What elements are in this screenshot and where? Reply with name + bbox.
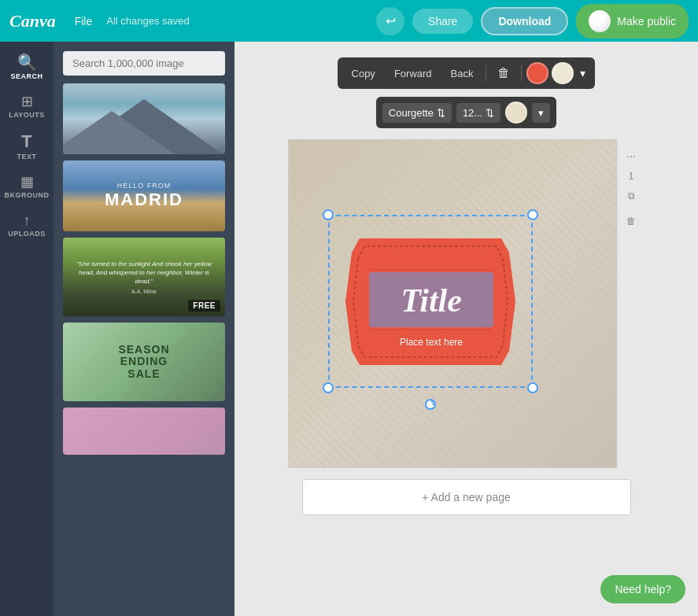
- color-dropdown-button[interactable]: ▾: [577, 64, 589, 83]
- sidebar-item-uploads[interactable]: ↑ UPLOADS: [3, 207, 50, 244]
- nature-quote-text: "She turned to the sunlight And shook he…: [69, 260, 219, 286]
- logo: Canva: [9, 11, 56, 31]
- extra-image: [63, 408, 225, 455]
- madrid-large-text: MADRID: [105, 190, 183, 210]
- sidebar-label-uploads: UPLOADS: [8, 230, 46, 238]
- delete-button[interactable]: 🗑: [491, 63, 516, 83]
- toolbar-separator-2: [521, 65, 522, 81]
- sidebar-label-bkground: BKGROUND: [5, 191, 50, 199]
- text-icon: T: [21, 133, 31, 150]
- sidebar-item-search[interactable]: 🔍 SEARCH: [3, 48, 50, 87]
- font-select-arrow: ⇅: [437, 107, 445, 119]
- font-select[interactable]: Courgette ⇅: [382, 103, 452, 123]
- badge-svg: Title Place text here: [336, 229, 525, 374]
- panel: HELLO FROM MADRID "She turned to the sun…: [54, 42, 235, 616]
- season-text: SEASON ENDING SALE: [118, 344, 169, 380]
- right-panel-trash-button[interactable]: 🗑: [620, 210, 642, 232]
- avatar: [589, 10, 611, 32]
- right-panel-copy-button[interactable]: ⧉: [620, 185, 642, 207]
- free-badge: FREE: [188, 300, 220, 312]
- svg-text:Place text here: Place text here: [399, 337, 462, 348]
- selected-element[interactable]: Title Place text here: [328, 215, 533, 388]
- list-item[interactable]: "She turned to the sunlight And shook he…: [63, 238, 225, 316]
- badge-graphic: Title Place text here: [328, 215, 533, 388]
- saved-status: All changes saved: [106, 15, 368, 27]
- copy-button[interactable]: Copy: [344, 64, 383, 83]
- uploads-icon: ↑: [24, 213, 31, 227]
- canvas[interactable]: Title Place text here: [288, 139, 617, 468]
- sidebar-icons: 🔍 SEARCH ⊞ LAYOUTS T TEXT ▦ BKGROUND ↑ U…: [0, 42, 54, 616]
- color-swatch-red[interactable]: [526, 62, 548, 84]
- undo-button[interactable]: ↩: [376, 7, 404, 35]
- add-page-button[interactable]: + Add a new page: [302, 479, 631, 515]
- sidebar-label-layouts: LAYOUTS: [9, 111, 45, 119]
- right-panel-up-button[interactable]: ⋯: [620, 146, 642, 168]
- arrow-up-icon: ⋯: [626, 151, 636, 162]
- color-swatch-cream[interactable]: [552, 62, 574, 84]
- font-color-swatch[interactable]: [505, 101, 527, 124]
- canvas-area: Copy Forward Back 🗑 ▾ Courgette ⇅ 12... …: [235, 42, 698, 616]
- sidebar-label-text: TEXT: [17, 153, 36, 160]
- list-item[interactable]: [63, 83, 225, 154]
- madrid-image: HELLO FROM MADRID: [63, 160, 225, 231]
- element-toolbar: Copy Forward Back 🗑 ▾: [338, 57, 596, 89]
- sidebar-item-bkground[interactable]: ▦ BKGROUND: [3, 168, 50, 205]
- season-image: SEASON ENDING SALE: [63, 323, 225, 401]
- nature-author-text: A.A. Milne: [131, 289, 157, 294]
- toolbar-separator: [486, 65, 486, 81]
- copy-page-icon: ⧉: [628, 190, 635, 201]
- back-button[interactable]: Back: [443, 64, 482, 83]
- sidebar-item-text[interactable]: T TEXT: [3, 127, 50, 167]
- undo-icon: ↩: [386, 13, 396, 28]
- font-size-box[interactable]: 12... ⇅: [456, 103, 500, 123]
- list-item[interactable]: HELLO FROM MADRID: [63, 160, 225, 231]
- delete-page-icon: 🗑: [626, 216, 636, 227]
- svg-marker-0: [432, 403, 434, 406]
- main-layout: 🔍 SEARCH ⊞ LAYOUTS T TEXT ▦ BKGROUND ↑ U…: [0, 42, 698, 616]
- mountain-image: [63, 83, 225, 154]
- list-item[interactable]: SEASON ENDING SALE: [63, 323, 225, 401]
- make-public-button[interactable]: Make public: [576, 4, 689, 39]
- bkground-icon: ▦: [20, 175, 34, 189]
- make-public-label: Make public: [617, 15, 676, 28]
- handle-rotate[interactable]: [425, 399, 436, 410]
- page-number: 1: [629, 171, 634, 182]
- font-size-value: 12...: [463, 107, 482, 119]
- search-icon: 🔍: [17, 54, 37, 70]
- madrid-small-text: HELLO FROM: [117, 182, 172, 190]
- font-dropdown-button[interactable]: ▾: [532, 103, 550, 123]
- trash-icon: 🗑: [497, 66, 510, 79]
- svg-text:Title: Title: [401, 282, 462, 319]
- sidebar-item-layouts[interactable]: ⊞ LAYOUTS: [3, 88, 50, 125]
- layouts-icon: ⊞: [21, 94, 33, 109]
- list-item[interactable]: [63, 408, 225, 455]
- font-name: Courgette: [389, 107, 434, 119]
- share-button[interactable]: Share: [412, 9, 473, 34]
- forward-button[interactable]: Forward: [386, 64, 440, 83]
- download-button[interactable]: Download: [481, 7, 568, 35]
- font-size-arrows: ⇅: [486, 107, 494, 119]
- need-help-button[interactable]: Need help?: [600, 575, 685, 603]
- panel-images: HELLO FROM MADRID "She turned to the sun…: [63, 83, 225, 455]
- font-toolbar: Courgette ⇅ 12... ⇅ ▾: [376, 97, 556, 128]
- search-input[interactable]: [63, 51, 225, 76]
- file-menu[interactable]: File: [68, 12, 99, 31]
- right-panel: ⋯ 1 ⧉ 🗑: [617, 139, 645, 468]
- sidebar-label-search: SEARCH: [10, 72, 42, 80]
- top-nav: Canva File All changes saved ↩ Share Dow…: [0, 0, 698, 42]
